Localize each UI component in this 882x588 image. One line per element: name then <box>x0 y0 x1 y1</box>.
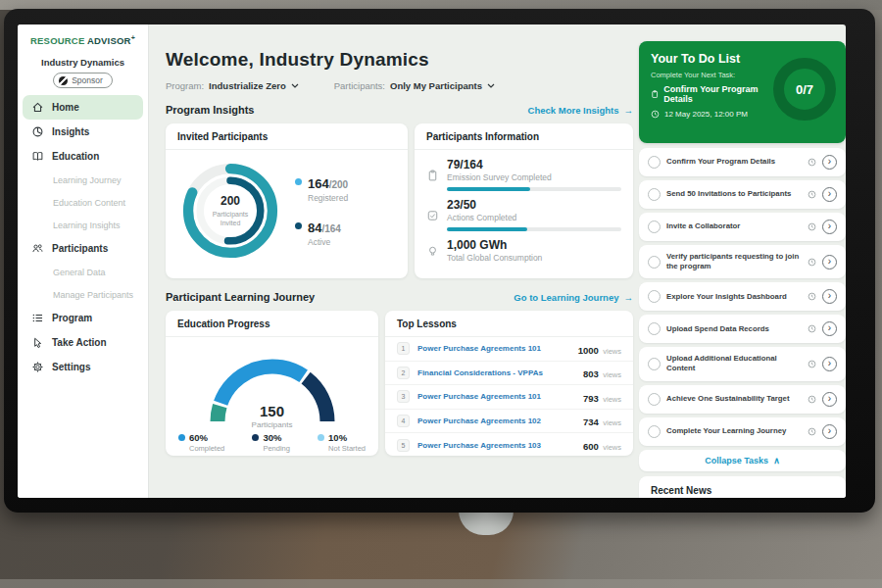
todo-due-label: 12 May 2025, 12:00 PM <box>664 110 748 119</box>
sidebar-item-take-action[interactable]: Take Action <box>18 330 148 355</box>
task-clock-icon <box>808 190 816 199</box>
legend-value: 84 <box>308 220 321 235</box>
task-item[interactable]: Invite a Collaborator › <box>639 213 846 241</box>
legend-item-pending: 30%Pending <box>252 432 290 453</box>
task-chevron-button[interactable]: › <box>822 289 837 304</box>
lesson-row: 2 Financial Considerations - VPPAs 803 v… <box>385 362 633 386</box>
task-clock-icon <box>808 222 816 231</box>
task-checkbox[interactable] <box>648 425 661 438</box>
sidebar-item-settings[interactable]: Settings <box>18 355 148 379</box>
lesson-views: 1000 views <box>578 340 621 358</box>
sidebar-item-home[interactable]: Home <box>23 95 143 120</box>
task-chevron-button[interactable]: › <box>822 321 837 336</box>
survey-clipboard-icon <box>426 158 439 191</box>
task-chevron-button[interactable]: › <box>822 392 837 407</box>
sidebar-item-label: General Data <box>53 268 106 277</box>
background-desk <box>0 579 882 588</box>
recent-news-title: Recent News <box>651 485 834 496</box>
participants-icon <box>31 242 44 255</box>
task-item[interactable]: Upload Spend Data Records › <box>639 315 846 343</box>
sidebar-item-general-data[interactable]: General Data <box>18 261 148 283</box>
task-item[interactable]: Verify participants requesting to join t… <box>639 245 846 278</box>
legend-total: /200 <box>329 179 348 190</box>
sidebar-item-label: Settings <box>52 362 90 372</box>
task-clock-icon <box>808 292 816 301</box>
task-checkbox[interactable] <box>648 358 661 370</box>
task-item[interactable]: Confirm Your Program Details › <box>639 148 846 176</box>
legend-dot <box>295 222 302 229</box>
task-item[interactable]: Achieve One Sustainability Target › <box>639 385 846 414</box>
todo-next-task: Confirm Your Program Details <box>651 84 780 104</box>
task-chevron-button[interactable]: › <box>822 424 837 439</box>
program-filter-value: Industrialize Zero <box>209 80 286 91</box>
task-chevron-button[interactable]: › <box>822 187 837 202</box>
collapse-tasks-button[interactable]: Collapse Tasks ∧ <box>639 450 846 471</box>
sidebar-item-education-content[interactable]: Education Content <box>18 191 148 214</box>
lesson-row: 5 Power Purchase Agreements 103 600 view… <box>385 433 633 458</box>
lesson-row: 3 Power Purchase Agreements 101 793 view… <box>385 385 633 410</box>
task-checkbox[interactable] <box>648 220 661 233</box>
learning-cards-row: Education Progress 150 Participants <box>166 311 633 456</box>
lesson-row: 4 Power Purchase Agreements 102 734 view… <box>385 410 633 434</box>
lesson-views: 793 views <box>583 388 621 406</box>
task-chevron-button[interactable]: › <box>822 255 837 270</box>
task-item[interactable]: Complete Your Learning Journey › <box>639 417 846 446</box>
org-name: Industry Dynamics <box>18 57 148 68</box>
task-checkbox[interactable] <box>648 393 661 406</box>
legend-label: Not Started <box>328 444 366 453</box>
lesson-link[interactable]: Power Purchase Agreements 101 <box>417 392 575 401</box>
task-label: Upload Additional Educational Content <box>666 354 802 373</box>
top-lessons-card: Top Lessons 1 Power Purchase Agreements … <box>385 311 633 456</box>
task-label: Send 50 Invitations to Participants <box>666 189 802 199</box>
program-list-icon <box>31 312 44 324</box>
task-checkbox[interactable] <box>648 156 661 169</box>
task-checkbox[interactable] <box>648 290 661 303</box>
program-filter-label: Program: <box>166 80 204 91</box>
task-checkbox[interactable] <box>648 322 661 335</box>
stat-global-consumption: 1,000 GWh Total Global Consumption <box>426 238 621 263</box>
arrow-right-icon: → <box>624 105 634 116</box>
sidebar-item-learning-insights[interactable]: Learning Insights <box>18 214 148 236</box>
task-clock-icon <box>808 395 816 404</box>
sidebar-item-label: Participants <box>52 243 108 254</box>
program-filter-dropdown[interactable]: Program: Industrialize Zero <box>166 80 299 91</box>
check-more-insights-link[interactable]: Check More Insights→ <box>528 105 633 116</box>
stat-emission-survey: 79/164 Emission Survey Completed <box>426 158 621 191</box>
lesson-link[interactable]: Financial Considerations - VPPAs <box>417 368 575 377</box>
task-chevron-button[interactable]: › <box>822 155 837 170</box>
task-item[interactable]: Upload Additional Educational Content › <box>639 347 846 380</box>
task-chevron-button[interactable]: › <box>822 220 837 234</box>
sidebar-item-participants[interactable]: Participants <box>18 236 148 261</box>
lesson-link[interactable]: Power Purchase Agreements 101 <box>417 344 570 353</box>
progress-track <box>447 227 621 231</box>
lesson-rank: 2 <box>397 367 410 379</box>
task-checkbox[interactable] <box>648 188 661 201</box>
app-logo[interactable]: RESOURCE ADVISOR+ <box>18 24 148 46</box>
learning-journey-header: Participant Learning Journey Go to Learn… <box>166 291 633 303</box>
lesson-link[interactable]: Power Purchase Agreements 103 <box>417 441 575 450</box>
sidebar-item-learning-journey[interactable]: Learning Journey <box>18 169 148 191</box>
lesson-views: 803 views <box>583 364 621 381</box>
progress-track <box>447 187 621 191</box>
card-title: Education Progress <box>166 311 378 337</box>
donut-center-value: 200 <box>220 194 240 208</box>
legend-item-registered: 164/200 Registered <box>295 174 348 203</box>
lesson-rank: 3 <box>397 390 410 403</box>
task-clock-icon <box>808 324 816 333</box>
monitor-stand <box>459 511 514 535</box>
go-to-learning-journey-link[interactable]: Go to Learning Journey→ <box>514 292 633 303</box>
task-item[interactable]: Send 50 Invitations to Participants › <box>639 180 846 209</box>
lesson-link[interactable]: Power Purchase Agreements 102 <box>417 416 575 425</box>
link-label: Check More Insights <box>528 105 619 116</box>
sidebar-item-insights[interactable]: Insights <box>18 120 148 144</box>
sidebar-item-manage-participants[interactable]: Manage Participants <box>18 283 148 306</box>
sponsor-badge[interactable]: Sponsor <box>53 73 113 88</box>
sidebar-item-education[interactable]: Education <box>18 144 148 169</box>
task-label: Invite a Collaborator <box>666 221 802 231</box>
task-item[interactable]: Explore Your Insights Dashboard › <box>639 282 846 311</box>
sidebar-item-program[interactable]: Program <box>18 306 148 330</box>
task-checkbox[interactable] <box>648 256 661 269</box>
participants-filter-dropdown[interactable]: Participants: Only My Participants <box>334 80 495 91</box>
task-chevron-button[interactable]: › <box>822 357 837 371</box>
todo-summary-card: Your To Do List Complete Your Next Task:… <box>639 41 846 143</box>
